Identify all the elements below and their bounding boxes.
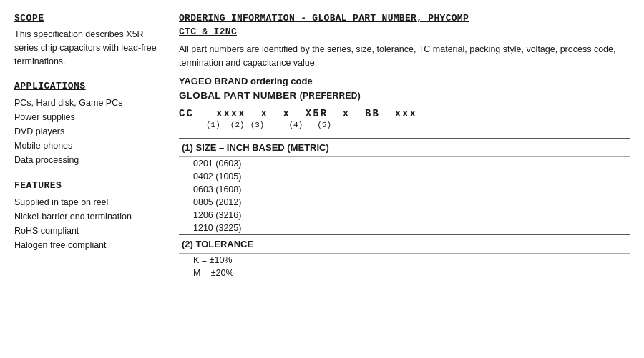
tolerance-val-1: K = ±10% [179,253,630,267]
size-val-4: 0805 (2012) [179,196,630,209]
tolerance-row-1: K = ±10% [179,253,630,267]
ordering-title-line1: ORDERING INFORMATION - GLOBAL PART NUMBE… [179,13,630,24]
brand-bold: YAGEO BRAND [179,76,248,86]
feature-item-1: Supplied in tape on reel [14,195,157,209]
label-5: (5) [317,121,331,129]
label-3: (3) [250,121,265,129]
ordering-title-line2: CTC & I2NC [179,26,630,37]
app-item-5: Data processing [14,153,157,167]
part-number-diagram: CC xxxx x x X5R x BB xxx (1) (2) (3) (4)… [179,108,630,129]
size-row-1: 0201 (0603) [179,156,630,170]
scope-body: This specification describes X5R series … [14,28,157,68]
app-item-1: PCs, Hard disk, Game PCs [14,96,157,110]
size-row-2: 0402 (1005) [179,170,630,183]
brand-label: YAGEO BRAND ordering code [179,76,630,86]
features-title: FEATURES [14,180,157,191]
tolerance-header: (2) TOLERANCE [179,234,630,253]
size-row-4: 0805 (2012) [179,196,630,209]
feature-item-2: Nickel-barrier end termination [14,209,157,224]
size-val-1: 0201 (0603) [179,156,630,170]
size-header-row: (1) SIZE – INCH BASED (METRIC) [179,138,630,156]
applications-title: APPLICATIONS [14,81,157,91]
feature-item-4: Halogen free compliant [14,238,157,252]
global-part-text: Global Part Number [179,90,300,101]
features-body: Supplied in tape on reel Nickel-barrier … [14,195,157,252]
scope-text: This specification describes X5R series … [14,28,157,68]
scope-title: SCOPE [14,13,157,24]
main-container: SCOPE This specification describes X5R s… [14,13,630,279]
app-item-3: DVD players [14,124,157,139]
app-item-4: Mobile phones [14,139,157,153]
brand-suffix: ordering code [250,76,313,86]
part-number-display: CC xxxx x x X5R x BB xxx [179,108,630,119]
ordering-description: All part numbers are identified by the s… [179,43,630,70]
tolerance-val-2: M = ±20% [179,267,630,279]
label-1: (1) [206,121,220,129]
size-val-2: 0402 (1005) [179,170,630,183]
size-val-6: 1210 (3225) [179,222,630,235]
label-2: (2) [230,121,245,129]
app-item-2: Power supplies [14,110,157,124]
size-val-5: 1206 (3216) [179,209,630,222]
global-part-preferred: (Preferred) [300,91,361,101]
size-row-3: 0603 (1608) [179,183,630,196]
label-4: (4) [288,121,303,129]
size-header: (1) SIZE – INCH BASED (METRIC) [179,138,630,156]
tolerance-header-row: (2) TOLERANCE [179,234,630,253]
applications-body: PCs, Hard disk, Game PCs Power supplies … [14,96,157,167]
right-column: ORDERING INFORMATION - GLOBAL PART NUMBE… [172,13,630,279]
global-part-label: Global Part Number (Preferred) [179,90,630,101]
tolerance-row-2: M = ±20% [179,267,630,279]
feature-item-3: RoHS compliant [14,224,157,238]
size-row-6: 1210 (3225) [179,222,630,235]
size-row-5: 1206 (3216) [179,209,630,222]
part-number-labels-row: (1) (2) (3) (4) (5) [179,121,630,129]
left-column: SCOPE This specification describes X5R s… [14,13,172,279]
info-table: (1) SIZE – INCH BASED (METRIC) 0201 (060… [179,138,630,279]
size-val-3: 0603 (1608) [179,183,630,196]
